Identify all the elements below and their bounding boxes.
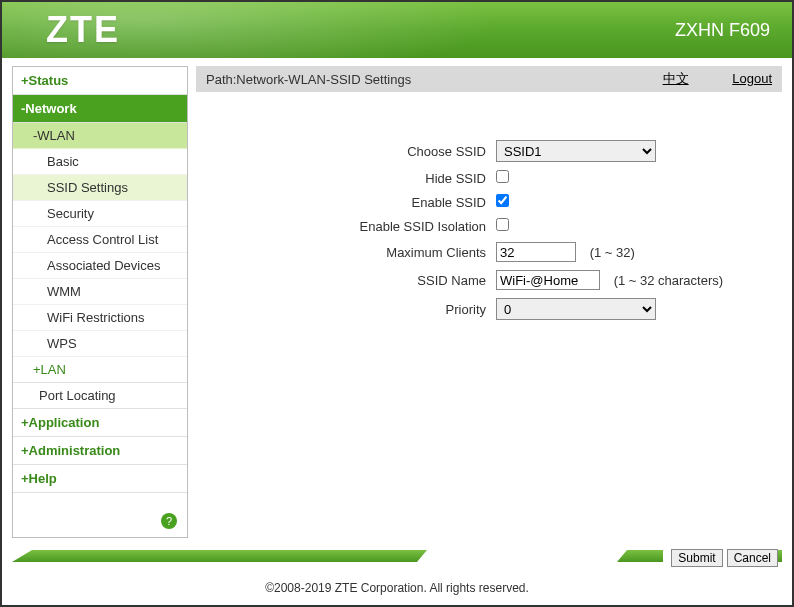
sidebar-item-application[interactable]: +Application — [13, 409, 187, 437]
label-ssid-name: SSID Name — [216, 273, 496, 288]
sidebar-item-ssid-settings[interactable]: SSID Settings — [13, 175, 187, 201]
label-priority: Priority — [216, 302, 496, 317]
submit-button[interactable]: Submit — [671, 549, 722, 567]
sidebar-item-security[interactable]: Security — [13, 201, 187, 227]
sidebar-item-network[interactable]: -Network — [13, 95, 187, 123]
max-clients-input[interactable] — [496, 242, 576, 262]
label-enable-ssid: Enable SSID — [216, 195, 496, 210]
label-hide-ssid: Hide SSID — [216, 171, 496, 186]
breadcrumb: Path:Network-WLAN-SSID Settings — [206, 72, 411, 87]
language-link[interactable]: 中文 — [663, 71, 689, 86]
sidebar-item-wps[interactable]: WPS — [13, 331, 187, 357]
hide-ssid-checkbox[interactable] — [496, 170, 509, 183]
choose-ssid-select[interactable]: SSID1 — [496, 140, 656, 162]
label-max-clients: Maximum Clients — [216, 245, 496, 260]
sidebar-item-port-locating[interactable]: Port Locating — [13, 383, 187, 409]
sidebar: +Status -Network -WLAN Basic SSID Settin… — [12, 66, 188, 538]
enable-ssid-checkbox[interactable] — [496, 194, 509, 207]
label-ssid-isolation: Enable SSID Isolation — [216, 219, 496, 234]
header: ZTE ZXHN F609 — [2, 2, 792, 58]
hint-ssid-name: (1 ~ 32 characters) — [614, 273, 723, 288]
sidebar-item-basic[interactable]: Basic — [13, 149, 187, 175]
cancel-button[interactable]: Cancel — [727, 549, 778, 567]
ssid-name-input[interactable] — [496, 270, 600, 290]
path-bar: Path:Network-WLAN-SSID Settings 中文 Logou… — [196, 66, 782, 92]
sidebar-item-lan[interactable]: +LAN — [13, 357, 187, 383]
sidebar-item-associated-devices[interactable]: Associated Devices — [13, 253, 187, 279]
hint-max-clients: (1 ~ 32) — [590, 245, 635, 260]
brand-logo: ZTE — [46, 9, 120, 51]
help-icon[interactable]: ? — [161, 513, 177, 529]
sidebar-item-status[interactable]: +Status — [13, 67, 187, 95]
model-label: ZXHN F609 — [675, 20, 770, 41]
form-area: Choose SSID SSID1 Hide SSID Enable SSID — [196, 92, 782, 538]
priority-select[interactable]: 0 — [496, 298, 656, 320]
sidebar-item-wmm[interactable]: WMM — [13, 279, 187, 305]
label-choose-ssid: Choose SSID — [216, 144, 496, 159]
ssid-isolation-checkbox[interactable] — [496, 218, 509, 231]
sidebar-item-administration[interactable]: +Administration — [13, 437, 187, 465]
footer-copyright: ©2008-2019 ZTE Corporation. All rights r… — [2, 581, 792, 595]
logout-link[interactable]: Logout — [732, 71, 772, 86]
main-panel: Path:Network-WLAN-SSID Settings 中文 Logou… — [196, 66, 782, 538]
sidebar-item-help[interactable]: +Help — [13, 465, 187, 493]
sidebar-item-wlan[interactable]: -WLAN — [13, 123, 187, 149]
sidebar-item-acl[interactable]: Access Control List — [13, 227, 187, 253]
sidebar-item-wifi-restrictions[interactable]: WiFi Restrictions — [13, 305, 187, 331]
